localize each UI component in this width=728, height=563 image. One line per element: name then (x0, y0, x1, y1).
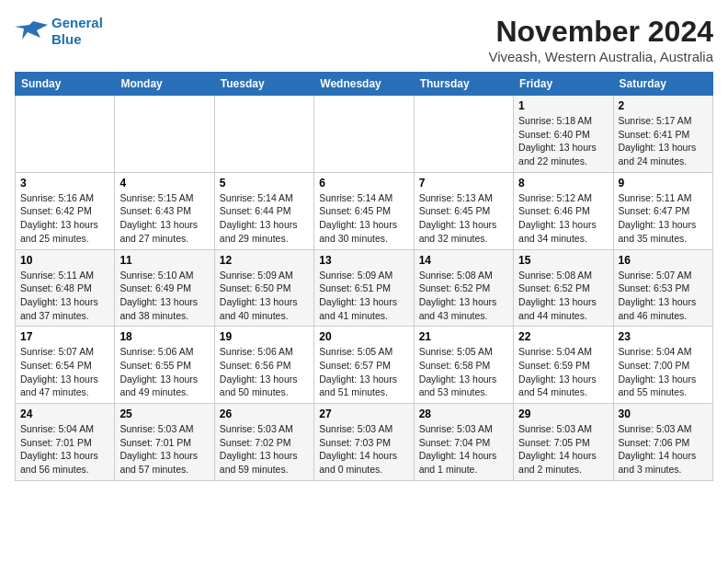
day-info: Sunrise: 5:14 AMSunset: 6:44 PMDaylight:… (220, 191, 309, 246)
logo-text: General Blue (51, 15, 103, 48)
calendar-cell: 29Sunrise: 5:03 AMSunset: 7:05 PMDayligh… (514, 404, 613, 481)
calendar-cell (314, 96, 414, 173)
day-number: 11 (119, 254, 209, 267)
day-number: 4 (119, 177, 209, 190)
day-info: Sunrise: 5:03 AMSunset: 7:06 PMDaylight:… (619, 422, 708, 477)
calendar-cell: 6Sunrise: 5:14 AMSunset: 6:45 PMDaylight… (314, 172, 414, 249)
calendar-cell: 11Sunrise: 5:10 AMSunset: 6:49 PMDayligh… (115, 249, 214, 327)
calendar-week-row: 3Sunrise: 5:16 AMSunset: 6:42 PMDaylight… (16, 172, 713, 249)
month-year-title: November 2024 (488, 15, 713, 49)
day-number: 29 (518, 408, 608, 420)
calendar-cell (414, 96, 513, 173)
day-number: 8 (518, 177, 608, 190)
day-number: 9 (619, 177, 708, 190)
day-info: Sunrise: 5:08 AMSunset: 6:52 PMDaylight:… (419, 269, 508, 323)
day-info: Sunrise: 5:03 AMSunset: 7:05 PMDaylight:… (518, 422, 608, 477)
day-info: Sunrise: 5:18 AMSunset: 6:40 PMDaylight:… (518, 114, 608, 168)
day-number: 22 (518, 330, 608, 343)
page-header: General Blue November 2024 Viveash, West… (15, 15, 713, 64)
logo: General Blue (15, 15, 103, 48)
day-info: Sunrise: 5:10 AMSunset: 6:49 PMDaylight:… (119, 269, 209, 323)
day-info: Sunrise: 5:14 AMSunset: 6:45 PMDaylight:… (319, 191, 408, 246)
day-number: 13 (319, 254, 408, 267)
calendar-week-row: 24Sunrise: 5:04 AMSunset: 7:01 PMDayligh… (16, 404, 713, 481)
day-number: 26 (220, 408, 309, 420)
day-number: 2 (619, 99, 708, 112)
calendar-cell: 23Sunrise: 5:04 AMSunset: 7:00 PMDayligh… (613, 327, 712, 404)
calendar-cell: 22Sunrise: 5:04 AMSunset: 6:59 PMDayligh… (514, 327, 613, 404)
day-info: Sunrise: 5:12 AMSunset: 6:46 PMDaylight:… (518, 191, 608, 246)
day-info: Sunrise: 5:05 AMSunset: 6:58 PMDaylight:… (419, 345, 508, 399)
day-number: 10 (20, 254, 109, 267)
day-number: 17 (20, 330, 109, 343)
day-info: Sunrise: 5:03 AMSunset: 7:01 PMDaylight:… (119, 422, 209, 477)
day-info: Sunrise: 5:03 AMSunset: 7:03 PMDaylight:… (319, 422, 408, 477)
calendar-cell: 24Sunrise: 5:04 AMSunset: 7:01 PMDayligh… (16, 404, 115, 481)
day-number: 27 (319, 408, 408, 420)
calendar-cell: 7Sunrise: 5:13 AMSunset: 6:45 PMDaylight… (414, 172, 513, 249)
calendar-body: 1Sunrise: 5:18 AMSunset: 6:40 PMDaylight… (16, 96, 713, 481)
location-subtitle: Viveash, Western Australia, Australia (488, 49, 713, 64)
day-number: 30 (619, 408, 708, 420)
calendar-cell: 18Sunrise: 5:06 AMSunset: 6:55 PMDayligh… (115, 327, 214, 404)
day-number: 19 (220, 330, 309, 343)
day-info: Sunrise: 5:15 AMSunset: 6:43 PMDaylight:… (119, 191, 209, 246)
day-info: Sunrise: 5:03 AMSunset: 7:04 PMDaylight:… (419, 422, 508, 477)
day-info: Sunrise: 5:11 AMSunset: 6:47 PMDaylight:… (619, 191, 708, 246)
calendar-table: SundayMondayTuesdayWednesdayThursdayFrid… (15, 72, 713, 481)
svg-marker-0 (15, 21, 48, 40)
day-number: 3 (20, 177, 109, 190)
day-info: Sunrise: 5:13 AMSunset: 6:45 PMDaylight:… (419, 191, 508, 246)
calendar-cell: 27Sunrise: 5:03 AMSunset: 7:03 PMDayligh… (314, 404, 414, 481)
day-number: 7 (419, 177, 508, 190)
day-info: Sunrise: 5:04 AMSunset: 7:00 PMDaylight:… (619, 345, 708, 399)
weekday-header-monday: Monday (115, 73, 214, 96)
calendar-cell: 2Sunrise: 5:17 AMSunset: 6:41 PMDaylight… (613, 96, 712, 173)
weekday-header-saturday: Saturday (613, 73, 712, 96)
day-number: 25 (119, 408, 209, 420)
calendar-cell: 4Sunrise: 5:15 AMSunset: 6:43 PMDaylight… (115, 172, 214, 249)
day-info: Sunrise: 5:16 AMSunset: 6:42 PMDaylight:… (20, 191, 109, 246)
weekday-header-sunday: Sunday (16, 73, 115, 96)
title-block: November 2024 Viveash, Western Australia… (488, 15, 713, 64)
weekday-header-row: SundayMondayTuesdayWednesdayThursdayFrid… (16, 73, 713, 96)
calendar-cell (115, 96, 214, 173)
calendar-cell: 5Sunrise: 5:14 AMSunset: 6:44 PMDaylight… (214, 172, 313, 249)
day-info: Sunrise: 5:11 AMSunset: 6:48 PMDaylight:… (20, 269, 109, 323)
day-info: Sunrise: 5:07 AMSunset: 6:53 PMDaylight:… (619, 269, 708, 323)
day-number: 14 (419, 254, 508, 267)
day-number: 5 (220, 177, 309, 190)
calendar-cell: 10Sunrise: 5:11 AMSunset: 6:48 PMDayligh… (16, 249, 115, 327)
logo-icon (15, 17, 48, 45)
calendar-cell: 15Sunrise: 5:08 AMSunset: 6:52 PMDayligh… (514, 249, 613, 327)
day-info: Sunrise: 5:05 AMSunset: 6:57 PMDaylight:… (319, 345, 408, 399)
day-info: Sunrise: 5:17 AMSunset: 6:41 PMDaylight:… (619, 114, 708, 168)
calendar-cell (16, 96, 115, 173)
day-number: 24 (20, 408, 109, 420)
day-info: Sunrise: 5:06 AMSunset: 6:55 PMDaylight:… (119, 345, 209, 399)
logo-line1: General (51, 15, 103, 30)
day-number: 12 (220, 254, 309, 267)
calendar-cell: 20Sunrise: 5:05 AMSunset: 6:57 PMDayligh… (314, 327, 414, 404)
day-number: 28 (419, 408, 508, 420)
day-number: 18 (119, 330, 209, 343)
weekday-header-friday: Friday (514, 73, 613, 96)
calendar-cell: 1Sunrise: 5:18 AMSunset: 6:40 PMDaylight… (514, 96, 613, 173)
day-info: Sunrise: 5:04 AMSunset: 6:59 PMDaylight:… (518, 345, 608, 399)
day-number: 23 (619, 330, 708, 343)
day-info: Sunrise: 5:06 AMSunset: 6:56 PMDaylight:… (220, 345, 309, 399)
calendar-cell: 16Sunrise: 5:07 AMSunset: 6:53 PMDayligh… (613, 249, 712, 327)
day-number: 20 (319, 330, 408, 343)
calendar-cell: 8Sunrise: 5:12 AMSunset: 6:46 PMDaylight… (514, 172, 613, 249)
day-info: Sunrise: 5:08 AMSunset: 6:52 PMDaylight:… (518, 269, 608, 323)
calendar-cell: 9Sunrise: 5:11 AMSunset: 6:47 PMDaylight… (613, 172, 712, 249)
calendar-cell: 28Sunrise: 5:03 AMSunset: 7:04 PMDayligh… (414, 404, 513, 481)
day-info: Sunrise: 5:03 AMSunset: 7:02 PMDaylight:… (220, 422, 309, 477)
weekday-header-thursday: Thursday (414, 73, 513, 96)
calendar-cell: 17Sunrise: 5:07 AMSunset: 6:54 PMDayligh… (16, 327, 115, 404)
calendar-cell: 25Sunrise: 5:03 AMSunset: 7:01 PMDayligh… (115, 404, 214, 481)
calendar-cell (214, 96, 313, 173)
calendar-header: SundayMondayTuesdayWednesdayThursdayFrid… (16, 73, 713, 96)
calendar-cell: 19Sunrise: 5:06 AMSunset: 6:56 PMDayligh… (214, 327, 313, 404)
calendar-cell: 30Sunrise: 5:03 AMSunset: 7:06 PMDayligh… (613, 404, 712, 481)
